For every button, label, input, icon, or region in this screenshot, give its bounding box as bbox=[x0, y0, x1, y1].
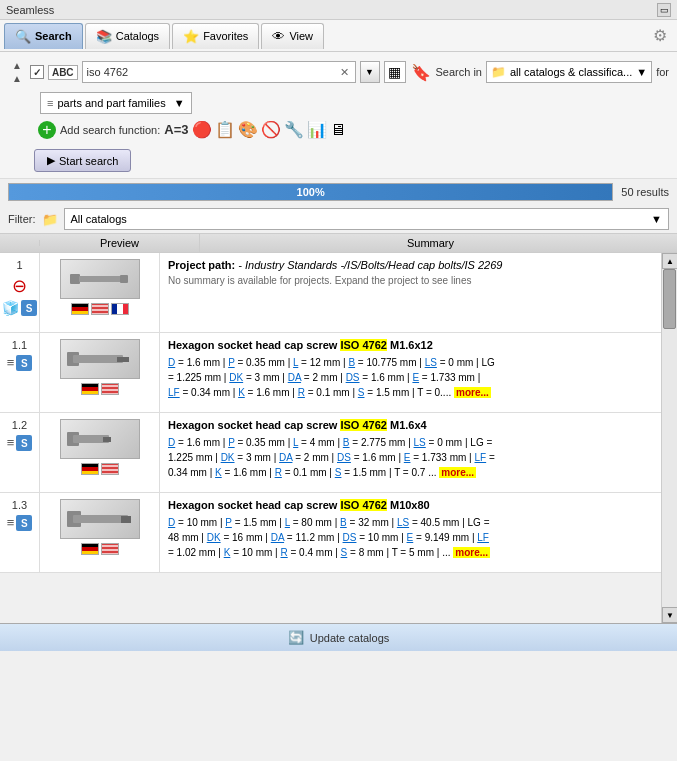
more-link[interactable]: more... bbox=[454, 387, 491, 398]
prop-link-LF[interactable]: LF bbox=[474, 452, 486, 463]
prop-link-S[interactable]: S bbox=[335, 467, 342, 478]
prop-link-R[interactable]: R bbox=[280, 547, 287, 558]
bolt-svg bbox=[65, 424, 135, 454]
tab-search[interactable]: 🔍 Search bbox=[4, 23, 83, 49]
prop-link-DA[interactable]: DA bbox=[279, 452, 292, 463]
search-history-dropdown[interactable]: ▼ bbox=[360, 61, 380, 83]
geo-icon[interactable]: 🔴 bbox=[192, 120, 212, 139]
svg-rect-2 bbox=[120, 275, 128, 283]
s-button[interactable]: S bbox=[16, 355, 32, 371]
prop-link-D[interactable]: D bbox=[168, 357, 175, 368]
settings-button[interactable]: ⚙ bbox=[647, 24, 673, 47]
svg-rect-5 bbox=[117, 357, 129, 362]
prop-link-B[interactable]: B bbox=[340, 517, 347, 528]
s-button[interactable]: S bbox=[16, 435, 32, 451]
cube-icon[interactable]: 🧊 bbox=[2, 300, 19, 316]
prop-link-D[interactable]: D bbox=[168, 437, 175, 448]
prop-link-L[interactable]: L bbox=[285, 517, 290, 528]
prop-link-LF[interactable]: LF bbox=[168, 387, 180, 398]
prop-link-S[interactable]: S bbox=[341, 547, 348, 558]
search-checkbox[interactable]: ✓ bbox=[30, 65, 44, 79]
tab-catalogs[interactable]: 📚 Catalogs bbox=[85, 23, 170, 49]
prop-link-S[interactable]: S bbox=[358, 387, 365, 398]
prop-link-LS[interactable]: LS bbox=[397, 517, 409, 528]
prop-link-K[interactable]: K bbox=[215, 467, 222, 478]
add-function-button[interactable]: + bbox=[38, 121, 56, 139]
menu-icon[interactable]: ≡ bbox=[7, 515, 15, 531]
prop-link-R[interactable]: R bbox=[298, 387, 305, 398]
block-icon[interactable]: 🚫 bbox=[261, 120, 281, 139]
svg-rect-11 bbox=[121, 516, 131, 523]
prop-link-L[interactable]: L bbox=[293, 437, 298, 448]
search-input-wrap: ✕ bbox=[82, 61, 356, 83]
filter-icon-button[interactable]: ▦ bbox=[384, 61, 406, 83]
collapse-button[interactable]: ▲ ▲ bbox=[8, 58, 26, 86]
red-circle-icon[interactable]: ⊖ bbox=[12, 275, 27, 297]
scrollbar-thumb[interactable] bbox=[663, 269, 676, 329]
more-link[interactable]: more... bbox=[453, 547, 490, 558]
scroll-up-button[interactable]: ▲ bbox=[662, 253, 677, 269]
prop-link-DS[interactable]: DS bbox=[343, 532, 357, 543]
text-search-icon[interactable]: A=3 bbox=[164, 122, 188, 137]
prop-link-R[interactable]: R bbox=[275, 467, 282, 478]
prop-link-D[interactable]: D bbox=[168, 517, 175, 528]
prop-link-DS[interactable]: DS bbox=[337, 452, 351, 463]
scrollbar-track[interactable] bbox=[662, 269, 677, 607]
search-input[interactable] bbox=[87, 66, 338, 78]
start-search-button[interactable]: ▶ Start search bbox=[34, 149, 131, 172]
prop-link-P[interactable]: P bbox=[225, 517, 232, 528]
summary-col: Hexagon socket head cap screw ISO 4762 M… bbox=[160, 413, 661, 492]
prop-link-K[interactable]: K bbox=[238, 387, 245, 398]
s-button[interactable]: S bbox=[16, 515, 32, 531]
prop-link-P[interactable]: P bbox=[228, 357, 235, 368]
clipboard-icon[interactable]: 📋 bbox=[215, 120, 235, 139]
prop-link-DA[interactable]: DA bbox=[271, 532, 284, 543]
start-search-area: ▶ Start search bbox=[8, 145, 669, 172]
row-num-col: 1 ⊖ 🧊 S bbox=[0, 253, 40, 332]
menu-icon[interactable]: ≡ bbox=[7, 355, 15, 371]
bookmark-icon-button[interactable]: 🔖 bbox=[410, 61, 432, 83]
flag-us bbox=[101, 383, 119, 395]
results-count: 50 results bbox=[621, 186, 669, 198]
prop-link-DA[interactable]: DA bbox=[288, 372, 301, 383]
chevron-up-icon2: ▲ bbox=[12, 73, 22, 84]
prop-link-DK[interactable]: DK bbox=[207, 532, 221, 543]
prop-link-LS[interactable]: LS bbox=[425, 357, 437, 368]
prop-link-DS[interactable]: DS bbox=[346, 372, 360, 383]
more-link[interactable]: more... bbox=[439, 467, 476, 478]
prop-link-P[interactable]: P bbox=[228, 437, 235, 448]
search-in-dropdown[interactable]: 📁 all catalogs & classifica... ▼ bbox=[486, 61, 652, 83]
prop-link-LS[interactable]: LS bbox=[414, 437, 426, 448]
flag-us bbox=[101, 543, 119, 555]
prop-link-E[interactable]: E bbox=[407, 532, 414, 543]
parts-dropdown[interactable]: ≡ parts and part families ▼ bbox=[40, 92, 192, 114]
prop-link-B[interactable]: B bbox=[343, 437, 350, 448]
s-button[interactable]: S bbox=[21, 300, 37, 316]
grid-icon[interactable]: 📊 bbox=[307, 120, 327, 139]
scroll-down-button[interactable]: ▼ bbox=[662, 607, 677, 623]
prop-link-K[interactable]: K bbox=[224, 547, 231, 558]
filter-dropdown[interactable]: All catalogs ▼ bbox=[64, 208, 670, 230]
tab-view[interactable]: 👁 View bbox=[261, 23, 324, 49]
color-wheel-icon[interactable]: 🎨 bbox=[238, 120, 258, 139]
svg-rect-4 bbox=[73, 355, 123, 363]
prop-link-DK[interactable]: DK bbox=[221, 452, 235, 463]
menu-icon[interactable]: ≡ bbox=[7, 435, 15, 451]
update-catalogs-button[interactable]: Update catalogs bbox=[310, 632, 390, 644]
prop-link-E[interactable]: E bbox=[404, 452, 411, 463]
prop-link-B[interactable]: B bbox=[348, 357, 355, 368]
abc-label: ABC bbox=[48, 65, 78, 80]
tools-icon[interactable]: 🔧 bbox=[284, 120, 304, 139]
preview-col bbox=[40, 333, 160, 412]
clear-input-button[interactable]: ✕ bbox=[338, 66, 351, 79]
prop-link-L[interactable]: L bbox=[293, 357, 298, 368]
restore-button[interactable]: ▭ bbox=[657, 3, 671, 17]
prop-link-LF[interactable]: LF bbox=[477, 532, 489, 543]
prop-link-DK[interactable]: DK bbox=[229, 372, 243, 383]
filter-value: All catalogs bbox=[71, 213, 127, 225]
scrollbar[interactable]: ▲ ▼ bbox=[661, 253, 677, 623]
progress-bar: 100% bbox=[8, 183, 613, 201]
table-icon[interactable]: 🖥 bbox=[330, 121, 346, 139]
prop-link-E[interactable]: E bbox=[412, 372, 419, 383]
tab-favorites[interactable]: ⭐ Favorites bbox=[172, 23, 259, 49]
